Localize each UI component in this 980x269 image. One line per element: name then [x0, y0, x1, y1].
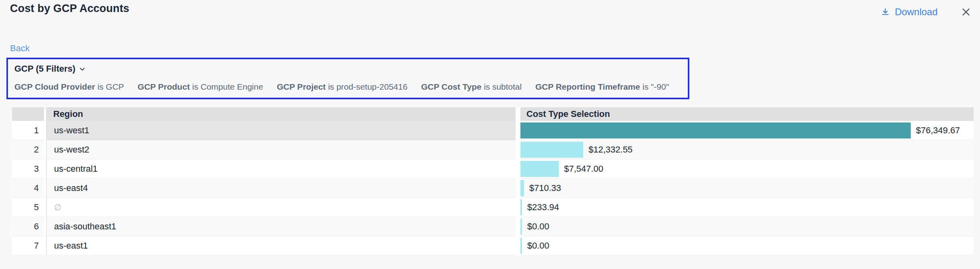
close-icon[interactable]	[961, 7, 971, 17]
filter-condition-value: is GCP	[95, 82, 124, 91]
table-row: 2us-west2$12,332.55	[12, 140, 974, 159]
filter-condition-value: is prod-setup-205416	[326, 82, 408, 91]
cost-bar	[520, 180, 524, 196]
filter-field-name: GCP Cost Type	[421, 82, 482, 91]
row-index: 7	[12, 236, 44, 255]
table-row: 7us-east1$0.00	[12, 236, 974, 255]
cost-table: Region Cost Type Selection 1us-west1$76,…	[12, 107, 974, 255]
table-row: 4us-east4$710.33	[12, 179, 974, 198]
column-gap	[516, 217, 520, 236]
page-title: Cost by GCP Accounts	[10, 2, 129, 15]
cost-cell[interactable]: $12,332.55	[520, 140, 974, 159]
filter-condition: GCP Project is prod-setup-205416	[277, 82, 407, 92]
cost-value: $76,349.67	[916, 125, 960, 136]
column-header-region[interactable]: Region	[46, 107, 516, 121]
topbar-actions: Download	[880, 3, 971, 21]
column-gap	[516, 159, 520, 179]
table-header-row: Region Cost Type Selection	[12, 107, 974, 121]
table-row: 6asia-southeast1$0.00	[12, 217, 974, 236]
cost-cell[interactable]: $7,547.00	[520, 159, 974, 179]
filter-summary-dropdown[interactable]: GCP (5 Filters)	[14, 64, 86, 74]
table-row: 3us-central1$7,547.00	[12, 159, 974, 179]
filter-field-name: GCP Product	[138, 82, 190, 91]
filter-field-name: GCP Project	[277, 82, 325, 91]
column-gap	[516, 107, 520, 121]
filter-condition: GCP Reporting Timeframe is "-90"	[535, 82, 669, 92]
column-gap	[516, 236, 520, 255]
region-cell[interactable]: us-west1	[46, 121, 516, 140]
cost-value: $0.00	[527, 241, 549, 251]
filter-condition: GCP Cloud Provider is GCP	[14, 82, 124, 92]
region-cell[interactable]: us-east4	[46, 179, 516, 198]
cost-bar	[520, 142, 583, 158]
filter-box: GCP (5 Filters) GCP Cloud Provider is GC…	[6, 58, 689, 99]
row-index: 1	[12, 121, 44, 140]
row-index: 2	[12, 140, 44, 159]
cost-value: $7,547.00	[564, 164, 603, 174]
filter-condition-value: is "-90"	[640, 82, 669, 91]
chevron-down-icon	[79, 66, 86, 72]
filter-list: GCP Cloud Provider is GCPGCP Product is …	[14, 82, 669, 92]
column-gap	[516, 179, 520, 198]
filter-condition: GCP Cost Type is subtotal	[421, 82, 522, 92]
filter-field-name: GCP Cloud Provider	[14, 82, 95, 91]
region-cell[interactable]: ∅	[46, 198, 516, 217]
back-link[interactable]: Back	[10, 43, 30, 54]
row-index: 3	[12, 159, 44, 179]
cost-cell[interactable]: $710.33	[520, 179, 974, 198]
row-index: 4	[12, 179, 44, 198]
column-gap	[516, 121, 520, 140]
cost-bar	[520, 238, 522, 254]
cost-bar	[520, 161, 559, 177]
cost-bar	[520, 199, 522, 215]
download-label: Download	[895, 6, 938, 18]
column-header-index	[12, 107, 44, 121]
filter-condition: GCP Product is Compute Engine	[138, 82, 263, 92]
filter-condition-value: is Compute Engine	[190, 82, 263, 91]
cost-value: $12,332.55	[588, 145, 633, 155]
cost-cell[interactable]: $233.94	[520, 198, 974, 217]
cost-bar	[520, 122, 911, 139]
column-header-cost[interactable]: Cost Type Selection	[520, 107, 974, 121]
cost-bar	[520, 219, 522, 235]
row-index: 6	[12, 217, 44, 236]
column-gap	[516, 198, 520, 217]
table-row: 1us-west1$76,349.67	[12, 121, 974, 140]
filter-condition-value: is subtotal	[482, 82, 522, 91]
cost-value: $0.00	[527, 221, 549, 232]
cost-value: $710.33	[529, 183, 561, 193]
cost-cell[interactable]: $76,349.67	[520, 121, 974, 140]
download-icon	[880, 7, 890, 17]
region-cell[interactable]: us-central1	[46, 159, 516, 179]
row-index: 5	[12, 198, 44, 217]
filter-field-name: GCP Reporting Timeframe	[535, 82, 640, 91]
table-row: 5∅$233.94	[12, 198, 974, 217]
region-cell[interactable]: asia-southeast1	[46, 217, 516, 236]
region-cell[interactable]: us-east1	[46, 236, 516, 255]
column-gap	[516, 140, 520, 159]
table-body: 1us-west1$76,349.672us-west2$12,332.553u…	[12, 121, 974, 255]
region-cell[interactable]: us-west2	[46, 140, 516, 159]
filter-summary-label: GCP (5 Filters)	[14, 64, 75, 74]
cost-cell[interactable]: $0.00	[520, 236, 974, 255]
download-button[interactable]: Download	[880, 6, 938, 18]
cost-cell[interactable]: $0.00	[520, 217, 974, 236]
cost-value: $233.94	[527, 202, 559, 213]
